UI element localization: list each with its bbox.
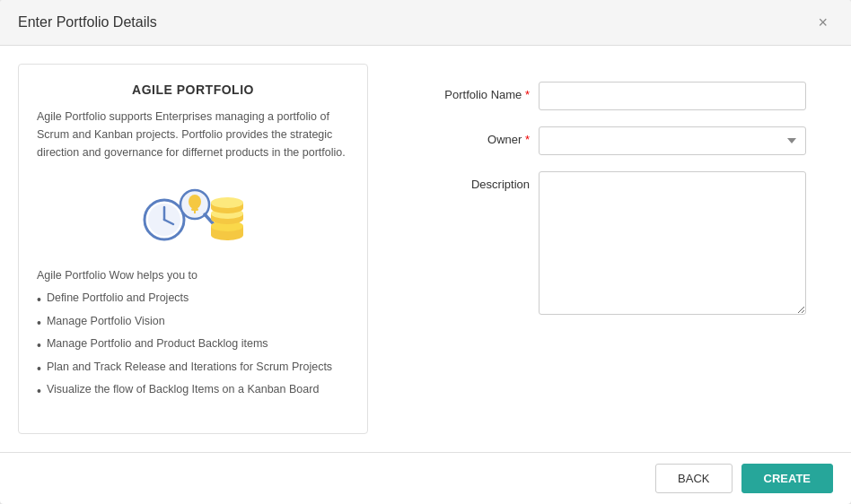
description-label: Description xyxy=(413,171,530,191)
modal-title: Enter Portfolio Details xyxy=(18,14,157,30)
svg-rect-6 xyxy=(191,208,198,211)
helps-text: Agile Portfolio Wow helps you to xyxy=(37,269,349,282)
feature-item-1: Define Portfolio and Projects xyxy=(37,289,349,312)
left-panel: AGILE PORTFOLIO Agile Portfolio supports… xyxy=(18,64,368,434)
feature-item-4: Plan and Track Release and Iterations fo… xyxy=(37,358,349,381)
feature-item-2: Manage Portfolio Vision xyxy=(37,312,349,335)
feature-item-3: Manage Portfolio and Product Backlog ite… xyxy=(37,335,349,358)
portfolio-name-label: Portfolio Name * xyxy=(413,82,530,101)
svg-point-5 xyxy=(189,195,201,209)
svg-point-18 xyxy=(211,197,243,208)
feature-item-5: Visualize the flow of Backlog Items on a… xyxy=(37,380,349,404)
enter-portfolio-details-modal: Enter Portfolio Details × AGILE PORTFOLI… xyxy=(0,0,851,504)
create-button[interactable]: CREATE xyxy=(741,464,833,493)
portfolio-name-group: Portfolio Name * xyxy=(413,82,806,110)
modal-header: Enter Portfolio Details × xyxy=(0,0,851,46)
modal-footer: BACK CREATE xyxy=(0,452,851,504)
illustration xyxy=(37,179,349,251)
panel-description: Agile Portfolio supports Enterprises man… xyxy=(37,108,349,161)
owner-select[interactable] xyxy=(539,126,806,155)
right-panel: Portfolio Name * Owner * Description xyxy=(386,64,833,434)
feature-list: Define Portfolio and Projects Manage Por… xyxy=(37,289,349,404)
owner-required: * xyxy=(525,133,530,146)
description-textarea[interactable] xyxy=(539,171,806,315)
close-button[interactable]: × xyxy=(812,13,833,32)
modal-body: AGILE PORTFOLIO Agile Portfolio supports… xyxy=(0,46,851,452)
portfolio-name-input[interactable] xyxy=(539,82,806,110)
owner-group: Owner * xyxy=(413,126,806,155)
description-group: Description xyxy=(413,171,806,315)
panel-title: AGILE PORTFOLIO xyxy=(37,83,349,97)
portfolio-name-required: * xyxy=(525,88,530,101)
back-button[interactable]: BACK xyxy=(655,464,732,493)
owner-label: Owner * xyxy=(413,126,530,146)
